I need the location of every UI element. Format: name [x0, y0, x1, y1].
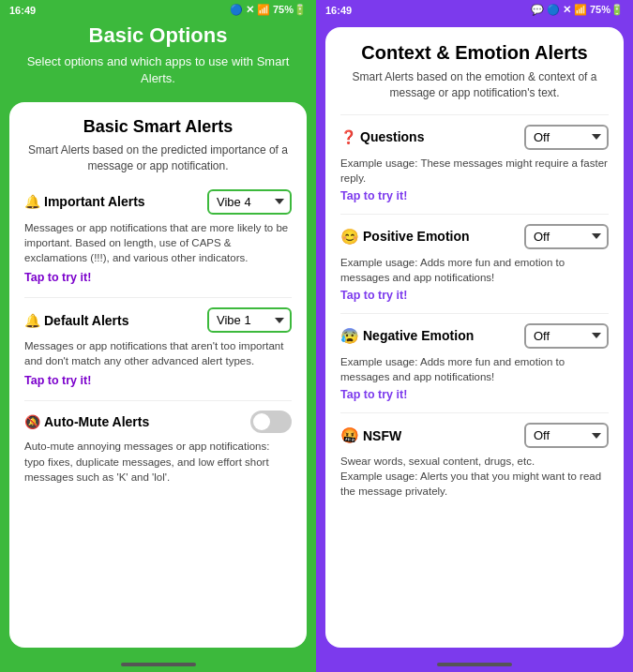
auto-mute-label: 🔕 Auto-Mute Alerts: [24, 414, 149, 429]
important-alerts-label: 🔔 Important Alerts: [24, 194, 145, 209]
card-title-right: Context & Emotion Alerts: [340, 42, 609, 64]
questions-label: ❓ Questions: [340, 129, 424, 144]
default-alerts-row: 🔔 Default Alerts Vibe 1 Silent Vibe 2 Vi…: [24, 307, 292, 333]
negative-emotion-tap[interactable]: Tap to try it!: [340, 388, 609, 401]
time-left: 16:49: [9, 5, 36, 16]
questions-row: ❓ Questions Off Vibe 1 Vibe 2 Vibe 3 Vib…: [340, 125, 609, 150]
card-desc-left: Smart Alerts based on the predicted impo…: [24, 142, 292, 174]
positive-emoji: 😊: [340, 228, 359, 246]
negative-emotion-row: 😰 Negative Emotion Off Vibe 1 Vibe 2 Vib…: [340, 323, 609, 349]
nsfw-row: 🤬 NSFW Off Vibe 1 Vibe 2 Vibe 3 Vibe 4 T…: [340, 423, 609, 448]
status-bar-left: 16:49 🔵 ✕ 📶 75%🔋: [0, 0, 316, 20]
questions-tap[interactable]: Tap to try it!: [340, 189, 609, 202]
important-alerts-select[interactable]: Vibe 4 Silent Vibe 1 Vibe 2 Vibe 3 Tone …: [207, 189, 292, 215]
speaker-default-icon: 🔔: [24, 313, 40, 328]
question-icon: ❓: [340, 129, 356, 144]
bottom-bar-right: [437, 663, 512, 666]
icons-right: 💬 🔵 ✕ 📶 75%🔋: [531, 4, 624, 16]
nsfw-emoji: 🤬: [340, 426, 359, 444]
negative-emotion-select[interactable]: Off Vibe 1 Vibe 2 Vibe 3 Vibe 4 Tone 1: [524, 323, 609, 349]
auto-mute-toggle[interactable]: [250, 411, 292, 433]
nsfw-label: 🤬 NSFW: [340, 426, 401, 444]
auto-mute-row: 🔕 Auto-Mute Alerts: [24, 411, 292, 433]
negative-emotion-desc: Example usage: Adds more fun and emotion…: [340, 354, 609, 384]
positive-emotion-row: 😊 Positive Emotion Off Vibe 1 Vibe 2 Vib…: [340, 224, 609, 249]
nsfw-desc: Swear words, sexual content, drugs, etc.…: [340, 454, 609, 499]
toggle-slider: [250, 411, 292, 433]
important-alerts-row: 🔔 Important Alerts Vibe 4 Silent Vibe 1 …: [24, 189, 292, 215]
status-bar-right: 16:49 💬 🔵 ✕ 📶 75%🔋: [316, 0, 633, 20]
page-title-left: Basic Options: [19, 23, 297, 48]
nsfw-select[interactable]: Off Vibe 1 Vibe 2 Vibe 3 Vibe 4 Tone 1: [524, 423, 609, 448]
mute-icon: 🔕: [24, 414, 40, 429]
default-alerts-tap[interactable]: Tap to try it!: [24, 374, 292, 387]
header-left: Basic Options Select options and which a…: [0, 20, 316, 102]
phone-right: 16:49 💬 🔵 ✕ 📶 75%🔋 Context & Emotion Ale…: [316, 0, 633, 672]
bottom-bar-left: [121, 663, 196, 666]
negative-emotion-label: 😰 Negative Emotion: [340, 327, 474, 345]
positive-emotion-tap[interactable]: Tap to try it!: [340, 289, 609, 302]
questions-select[interactable]: Off Vibe 1 Vibe 2 Vibe 3 Vibe 4 Tone 1: [524, 125, 609, 150]
page-subtitle-left: Select options and which apps to use wit…: [19, 53, 297, 87]
phone-left: 16:49 🔵 ✕ 📶 75%🔋 Basic Options Select op…: [0, 0, 316, 672]
important-alerts-desc: Messages or app notifications that are m…: [24, 220, 292, 265]
important-alerts-tap[interactable]: Tap to try it!: [24, 271, 292, 284]
negative-emoji: 😰: [340, 327, 359, 345]
time-right: 16:49: [325, 5, 352, 16]
card-desc-right: Smart Alerts based on the emotion & cont…: [340, 69, 609, 101]
speaker-icon: 🔔: [24, 194, 40, 209]
card-title-left: Basic Smart Alerts: [24, 117, 292, 137]
content-left: Basic Smart Alerts Smart Alerts based on…: [9, 102, 307, 648]
icons-left: 🔵 ✕ 📶 75%🔋: [230, 4, 307, 16]
content-right: Context & Emotion Alerts Smart Alerts ba…: [325, 27, 624, 648]
default-alerts-desc: Messages or app notifications that aren'…: [24, 338, 292, 368]
positive-emotion-select[interactable]: Off Vibe 1 Vibe 2 Vibe 3 Vibe 4 Tone 1: [524, 224, 609, 249]
default-alerts-select[interactable]: Vibe 1 Silent Vibe 2 Vibe 3 Vibe 4 Tone …: [207, 307, 292, 333]
auto-mute-desc: Auto-mute annoying messages or app notif…: [24, 439, 292, 484]
default-alerts-label: 🔔 Default Alerts: [24, 313, 129, 328]
questions-desc: Example usage: These messages might requ…: [340, 156, 609, 186]
positive-emotion-label: 😊 Positive Emotion: [340, 228, 470, 246]
positive-emotion-desc: Example usage: Adds more fun and emotion…: [340, 255, 609, 285]
